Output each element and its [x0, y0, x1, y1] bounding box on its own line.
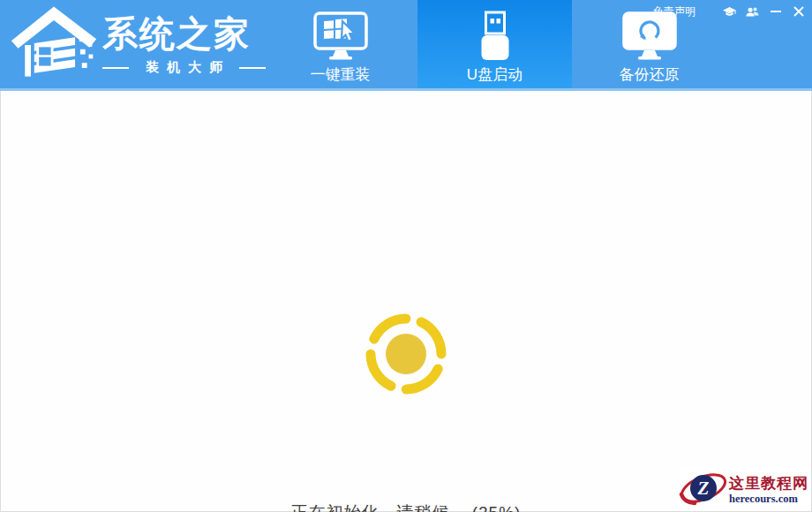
- app-title: 系统之家: [102, 16, 266, 51]
- tab-label: 一键重装: [311, 64, 371, 85]
- minimize-button[interactable]: [769, 5, 782, 19]
- header: 系统之家 装机大师: [0, 0, 812, 88]
- watermark-text: 这里教程网 herecours.com: [729, 475, 808, 505]
- minimize-icon: [771, 11, 781, 12]
- app-subtitle: 装机大师: [138, 59, 230, 76]
- house-logo-icon: [7, 2, 101, 90]
- subtitle-dash-right: [239, 67, 266, 69]
- subtitle-dash-left: [102, 67, 129, 69]
- app-logo: 系统之家 装机大师: [7, 2, 266, 90]
- close-icon: [793, 6, 804, 17]
- close-button[interactable]: [792, 5, 805, 19]
- usb-drive-icon: [476, 11, 515, 62]
- users-icon[interactable]: [746, 5, 759, 19]
- watermark-title: 这里教程网: [729, 475, 808, 493]
- tab-label: 备份还原: [620, 64, 680, 85]
- app-window: 系统之家 装机大师: [0, 0, 812, 512]
- disclaimer-link[interactable]: 免责声明: [653, 4, 695, 19]
- tab-label: U盘启动: [467, 64, 523, 85]
- watermark-domain: herecours.com: [729, 493, 808, 505]
- logo-text: 系统之家 装机大师: [102, 2, 266, 76]
- tab-usb-boot[interactable]: U盘启动: [417, 0, 572, 88]
- monitor-windows-icon: [312, 11, 369, 62]
- main-content: 正在初始化，请稍候... (25%) Z 这里教程网 herecours.com: [0, 91, 812, 512]
- tab-one-click-reinstall[interactable]: 一键重装: [263, 0, 417, 88]
- titlebar-controls: 免责声明: [653, 4, 805, 19]
- watermark-badge: Z 这里教程网 herecours.com: [679, 469, 811, 511]
- watermark-logo: Z: [679, 467, 728, 512]
- graduation-cap-icon[interactable]: [723, 5, 736, 19]
- watermark-letter: Z: [697, 478, 710, 499]
- loading-spinner: [360, 308, 452, 403]
